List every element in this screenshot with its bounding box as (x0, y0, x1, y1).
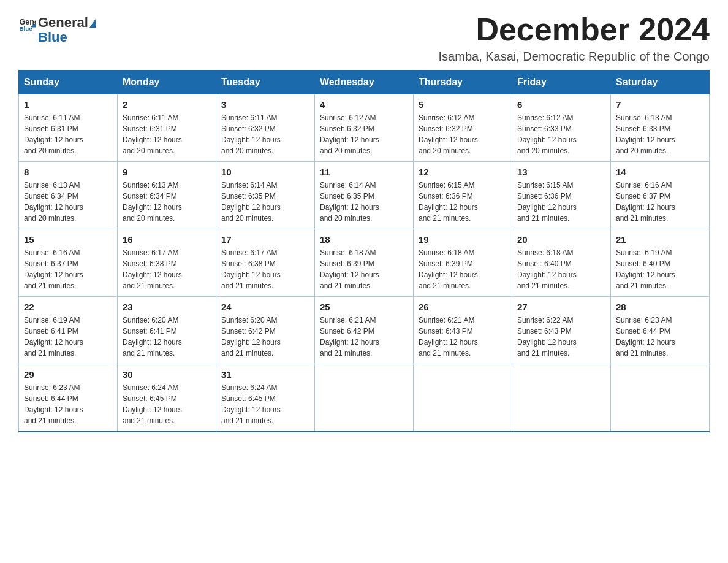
day-number: 20 (517, 234, 605, 245)
day-number: 10 (221, 167, 309, 177)
week-row-5: 29 Sunrise: 6:23 AM Sunset: 6:44 PM Dayl… (19, 364, 710, 432)
week-row-4: 22 Sunrise: 6:19 AM Sunset: 6:41 PM Dayl… (19, 297, 710, 364)
calendar-header-row: SundayMondayTuesdayWednesdayThursdayFrid… (19, 71, 710, 94)
day-info: Sunrise: 6:13 AM Sunset: 6:34 PM Dayligh… (24, 180, 112, 224)
calendar-cell: 21 Sunrise: 6:19 AM Sunset: 6:40 PM Dayl… (611, 229, 710, 297)
calendar-cell: 7 Sunrise: 6:13 AM Sunset: 6:33 PM Dayli… (611, 94, 710, 162)
calendar-table: SundayMondayTuesdayWednesdayThursdayFrid… (18, 70, 710, 432)
day-number: 15 (24, 234, 112, 245)
day-number: 21 (616, 234, 704, 245)
day-info: Sunrise: 6:18 AM Sunset: 6:39 PM Dayligh… (419, 247, 507, 291)
day-number: 16 (123, 234, 211, 245)
day-info: Sunrise: 6:23 AM Sunset: 6:44 PM Dayligh… (616, 315, 704, 359)
day-number: 6 (517, 99, 605, 110)
calendar-cell (611, 364, 710, 432)
col-header-friday: Friday (512, 71, 611, 94)
day-number: 18 (320, 234, 408, 245)
day-info: Sunrise: 6:21 AM Sunset: 6:42 PM Dayligh… (320, 315, 408, 359)
calendar-cell: 18 Sunrise: 6:18 AM Sunset: 6:39 PM Dayl… (315, 229, 414, 297)
day-number: 2 (123, 99, 211, 110)
day-number: 25 (320, 302, 408, 312)
day-info: Sunrise: 6:14 AM Sunset: 6:35 PM Dayligh… (221, 180, 309, 224)
title-area: December 2024 Isamba, Kasai, Democratic … (439, 12, 710, 64)
day-info: Sunrise: 6:20 AM Sunset: 6:42 PM Dayligh… (221, 315, 309, 359)
calendar-cell: 11 Sunrise: 6:14 AM Sunset: 6:35 PM Dayl… (315, 162, 414, 229)
day-info: Sunrise: 6:15 AM Sunset: 6:36 PM Dayligh… (419, 180, 507, 224)
calendar-cell: 9 Sunrise: 6:13 AM Sunset: 6:34 PM Dayli… (118, 162, 216, 229)
day-info: Sunrise: 6:24 AM Sunset: 6:45 PM Dayligh… (221, 382, 309, 426)
calendar-cell: 12 Sunrise: 6:15 AM Sunset: 6:36 PM Dayl… (414, 162, 512, 229)
week-row-3: 15 Sunrise: 6:16 AM Sunset: 6:37 PM Dayl… (19, 229, 710, 297)
day-info: Sunrise: 6:12 AM Sunset: 6:32 PM Dayligh… (419, 112, 507, 156)
day-number: 22 (24, 302, 112, 312)
day-info: Sunrise: 6:16 AM Sunset: 6:37 PM Dayligh… (24, 247, 112, 291)
day-info: Sunrise: 6:21 AM Sunset: 6:43 PM Dayligh… (419, 315, 507, 359)
week-row-1: 1 Sunrise: 6:11 AM Sunset: 6:31 PM Dayli… (19, 94, 710, 162)
calendar-cell: 19 Sunrise: 6:18 AM Sunset: 6:39 PM Dayl… (414, 229, 512, 297)
day-info: Sunrise: 6:14 AM Sunset: 6:35 PM Dayligh… (320, 180, 408, 224)
day-number: 4 (320, 99, 408, 110)
day-info: Sunrise: 6:19 AM Sunset: 6:41 PM Dayligh… (24, 315, 112, 359)
day-info: Sunrise: 6:17 AM Sunset: 6:38 PM Dayligh… (221, 247, 309, 291)
calendar-cell: 20 Sunrise: 6:18 AM Sunset: 6:40 PM Dayl… (512, 229, 611, 297)
day-info: Sunrise: 6:11 AM Sunset: 6:31 PM Dayligh… (123, 112, 211, 156)
day-number: 1 (24, 99, 112, 110)
day-info: Sunrise: 6:23 AM Sunset: 6:44 PM Dayligh… (24, 382, 112, 426)
day-info: Sunrise: 6:24 AM Sunset: 6:45 PM Dayligh… (123, 382, 211, 426)
col-header-thursday: Thursday (414, 71, 512, 94)
day-info: Sunrise: 6:20 AM Sunset: 6:41 PM Dayligh… (123, 315, 211, 359)
calendar-cell: 10 Sunrise: 6:14 AM Sunset: 6:35 PM Dayl… (216, 162, 315, 229)
day-number: 27 (517, 302, 605, 312)
day-info: Sunrise: 6:13 AM Sunset: 6:34 PM Dayligh… (123, 180, 211, 224)
calendar-cell: 24 Sunrise: 6:20 AM Sunset: 6:42 PM Dayl… (216, 297, 315, 364)
day-number: 8 (24, 167, 112, 177)
calendar-cell (512, 364, 611, 432)
day-number: 9 (123, 167, 211, 177)
calendar-cell: 6 Sunrise: 6:12 AM Sunset: 6:33 PM Dayli… (512, 94, 611, 162)
day-info: Sunrise: 6:15 AM Sunset: 6:36 PM Dayligh… (517, 180, 605, 224)
col-header-tuesday: Tuesday (216, 71, 315, 94)
calendar-cell: 17 Sunrise: 6:17 AM Sunset: 6:38 PM Dayl… (216, 229, 315, 297)
col-header-wednesday: Wednesday (315, 71, 414, 94)
calendar-cell (414, 364, 512, 432)
calendar-cell: 16 Sunrise: 6:17 AM Sunset: 6:38 PM Dayl… (118, 229, 216, 297)
logo-blue-text: Blue (38, 30, 96, 45)
calendar-cell: 13 Sunrise: 6:15 AM Sunset: 6:36 PM Dayl… (512, 162, 611, 229)
day-info: Sunrise: 6:16 AM Sunset: 6:37 PM Dayligh… (616, 180, 704, 224)
calendar-cell: 15 Sunrise: 6:16 AM Sunset: 6:37 PM Dayl… (19, 229, 118, 297)
calendar-cell: 28 Sunrise: 6:23 AM Sunset: 6:44 PM Dayl… (611, 297, 710, 364)
svg-text:Blue: Blue (19, 25, 32, 32)
calendar-cell: 22 Sunrise: 6:19 AM Sunset: 6:41 PM Dayl… (19, 297, 118, 364)
day-info: Sunrise: 6:13 AM Sunset: 6:33 PM Dayligh… (616, 112, 704, 156)
calendar-cell: 26 Sunrise: 6:21 AM Sunset: 6:43 PM Dayl… (414, 297, 512, 364)
logo: General Blue General Blue (18, 12, 96, 45)
day-number: 26 (419, 302, 507, 312)
day-number: 12 (419, 167, 507, 177)
calendar-cell: 3 Sunrise: 6:11 AM Sunset: 6:32 PM Dayli… (216, 94, 315, 162)
calendar-cell: 27 Sunrise: 6:22 AM Sunset: 6:43 PM Dayl… (512, 297, 611, 364)
day-number: 7 (616, 99, 704, 110)
day-number: 23 (123, 302, 211, 312)
day-number: 11 (320, 167, 408, 177)
calendar-cell: 8 Sunrise: 6:13 AM Sunset: 6:34 PM Dayli… (19, 162, 118, 229)
calendar-cell: 31 Sunrise: 6:24 AM Sunset: 6:45 PM Dayl… (216, 364, 315, 432)
calendar-cell: 2 Sunrise: 6:11 AM Sunset: 6:31 PM Dayli… (118, 94, 216, 162)
day-number: 19 (419, 234, 507, 245)
day-number: 13 (517, 167, 605, 177)
day-number: 24 (221, 302, 309, 312)
day-number: 30 (123, 369, 211, 380)
col-header-sunday: Sunday (19, 71, 118, 94)
calendar-cell: 4 Sunrise: 6:12 AM Sunset: 6:32 PM Dayli… (315, 94, 414, 162)
day-info: Sunrise: 6:18 AM Sunset: 6:39 PM Dayligh… (320, 247, 408, 291)
day-info: Sunrise: 6:12 AM Sunset: 6:33 PM Dayligh… (517, 112, 605, 156)
day-info: Sunrise: 6:17 AM Sunset: 6:38 PM Dayligh… (123, 247, 211, 291)
day-info: Sunrise: 6:19 AM Sunset: 6:40 PM Dayligh… (616, 247, 704, 291)
calendar-cell: 25 Sunrise: 6:21 AM Sunset: 6:42 PM Dayl… (315, 297, 414, 364)
day-number: 17 (221, 234, 309, 245)
col-header-monday: Monday (118, 71, 216, 94)
week-row-2: 8 Sunrise: 6:13 AM Sunset: 6:34 PM Dayli… (19, 162, 710, 229)
col-header-saturday: Saturday (611, 71, 710, 94)
calendar-cell: 30 Sunrise: 6:24 AM Sunset: 6:45 PM Dayl… (118, 364, 216, 432)
logo-icon: General Blue (18, 15, 36, 33)
day-info: Sunrise: 6:11 AM Sunset: 6:32 PM Dayligh… (221, 112, 309, 156)
